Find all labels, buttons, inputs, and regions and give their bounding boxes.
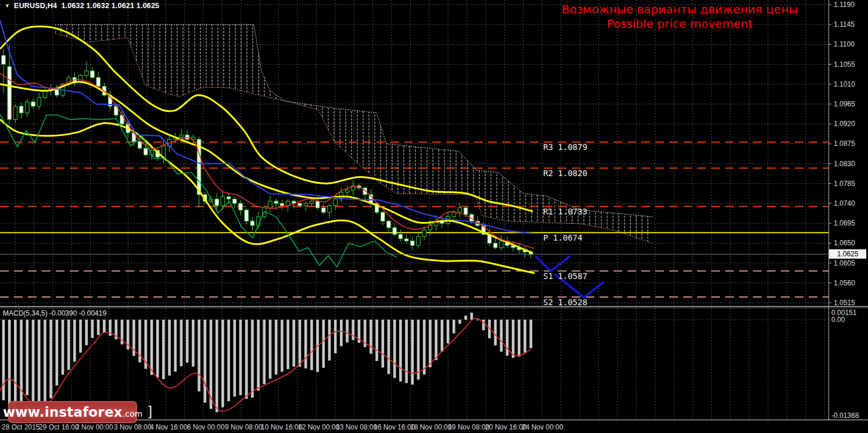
svg-text:13 Nov 08:00: 13 Nov 08:00 bbox=[336, 423, 378, 431]
svg-text:29 Oct 16:00: 29 Oct 16:00 bbox=[39, 423, 79, 431]
svg-text:19 Nov 08:00: 19 Nov 08:00 bbox=[448, 423, 490, 431]
indicator-lines bbox=[0, 20, 535, 274]
symbol-ohlc-text: EURUSD,H4 1.0632 1.0632 1.0621 1.0625 bbox=[14, 2, 159, 10]
current-price-tag: 1.0625 bbox=[829, 249, 866, 259]
svg-text:16 Nov 16:00: 16 Nov 16:00 bbox=[374, 423, 415, 431]
svg-text:1.0560: 1.0560 bbox=[834, 279, 855, 287]
macd-pane bbox=[0, 313, 532, 414]
svg-text:28 Oct 2015: 28 Oct 2015 bbox=[2, 423, 40, 431]
triangle-down-icon[interactable]: ▼ bbox=[5, 3, 10, 9]
svg-text:1.0605: 1.0605 bbox=[834, 259, 855, 267]
analyst-annotation[interactable]: Возможные варианты движения цены Possibl… bbox=[535, 2, 825, 31]
svg-text:0.00: 0.00 bbox=[831, 316, 845, 324]
svg-text:1.0695: 1.0695 bbox=[834, 219, 855, 227]
watermark-url: www.instaforex bbox=[3, 405, 123, 420]
svg-text:R3 1.0879: R3 1.0879 bbox=[543, 142, 587, 152]
annotation-line-ru: Возможные варианты движения цены bbox=[535, 2, 825, 17]
svg-text:20 Nov 16:00: 20 Nov 16:00 bbox=[485, 423, 527, 431]
annotation-line-en: Possible price movement bbox=[535, 17, 825, 31]
svg-text:3 Nov 08:00: 3 Nov 08:00 bbox=[114, 423, 152, 431]
svg-text:2 Nov 00:00: 2 Nov 00:00 bbox=[76, 423, 113, 431]
time-axis[interactable]: 28 Oct 201529 Oct 16:002 Nov 00:003 Nov … bbox=[2, 423, 564, 431]
svg-text:S1 1.0587: S1 1.0587 bbox=[543, 271, 587, 281]
bracket-right: ] bbox=[147, 404, 152, 420]
svg-text:R1 1.0733: R1 1.0733 bbox=[543, 207, 587, 216]
svg-text:1.0875: 1.0875 bbox=[834, 139, 855, 148]
svg-text:1.1055: 1.1055 bbox=[834, 60, 855, 69]
svg-text:4 Nov 16:00: 4 Nov 16:00 bbox=[150, 423, 188, 431]
svg-text:1.1010: 1.1010 bbox=[834, 80, 855, 88]
svg-text:1.0740: 1.0740 bbox=[834, 199, 855, 207]
svg-text:18 Nov 00:00: 18 Nov 00:00 bbox=[410, 423, 452, 431]
svg-text:1.1190: 1.1190 bbox=[834, 1, 855, 9]
instaforex-watermark: [www.instaforex.com] bbox=[8, 401, 137, 423]
svg-text:P 1.0674: P 1.0674 bbox=[543, 233, 582, 242]
svg-text:1.0650: 1.0650 bbox=[834, 239, 855, 247]
svg-text:24 Nov 00:00: 24 Nov 00:00 bbox=[522, 423, 564, 431]
chart-title: ▼EURUSD,H4 1.0632 1.0632 1.0621 1.0625 bbox=[5, 2, 159, 10]
svg-text:1.0965: 1.0965 bbox=[834, 100, 855, 108]
svg-text:6 Nov 00:00: 6 Nov 00:00 bbox=[187, 423, 225, 431]
macd-indicator-label: MACD(5,34,5) -0.00390 -0.00419 bbox=[3, 309, 106, 317]
mt4-chart-window: R3 1.0879R2 1.0820R1 1.0733P 1.0674S1 1.… bbox=[0, 0, 868, 433]
price-axis[interactable]: 1.11901.11451.11001.10551.10101.09651.09… bbox=[828, 1, 859, 420]
grid bbox=[0, 0, 828, 420]
svg-text:1.0920: 1.0920 bbox=[834, 120, 855, 128]
svg-text:1.0785: 1.0785 bbox=[834, 180, 855, 188]
svg-text:12 Nov 00:00: 12 Nov 00:00 bbox=[298, 423, 340, 431]
svg-text:1.0830: 1.0830 bbox=[834, 160, 855, 168]
svg-text:1.0515: 1.0515 bbox=[834, 299, 855, 307]
svg-text:10 Nov 16:00: 10 Nov 16:00 bbox=[261, 423, 303, 431]
chart-canvas[interactable]: R3 1.0879R2 1.0820R1 1.0733P 1.0674S1 1.… bbox=[0, 0, 868, 433]
pane-separators bbox=[0, 0, 868, 420]
svg-text:-0.01368: -0.01368 bbox=[831, 411, 859, 420]
svg-text:1.1100: 1.1100 bbox=[834, 40, 855, 48]
svg-text:S2 1.0528: S2 1.0528 bbox=[543, 298, 587, 307]
watermark-tld: .com bbox=[123, 409, 142, 418]
svg-text:R2 1.0820: R2 1.0820 bbox=[543, 169, 587, 178]
svg-text:1.1145: 1.1145 bbox=[834, 20, 855, 28]
svg-text:9 Nov 08:00: 9 Nov 08:00 bbox=[225, 423, 263, 431]
